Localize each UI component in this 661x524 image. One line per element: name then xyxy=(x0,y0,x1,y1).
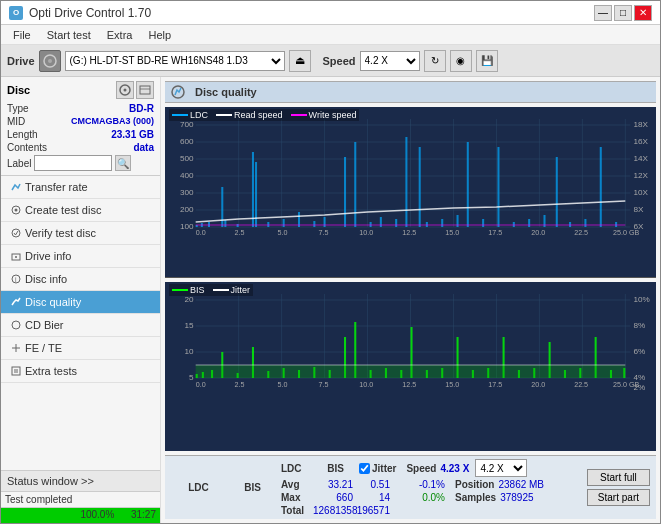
disc-type-value: BD-R xyxy=(129,103,154,114)
bottom-chart-legend: BIS Jitter xyxy=(169,284,253,296)
svg-text:200: 200 xyxy=(180,205,194,214)
svg-text:12.5: 12.5 xyxy=(402,381,416,389)
avg-jitter: -0.1% xyxy=(400,479,445,490)
close-button[interactable]: ✕ xyxy=(634,5,652,21)
svg-text:10.0: 10.0 xyxy=(359,381,373,389)
svg-rect-87 xyxy=(482,219,484,227)
speed-select[interactable]: 4.2 X xyxy=(360,51,420,71)
sidebar-item-cd-bier[interactable]: CD Bier xyxy=(1,314,160,337)
svg-text:10: 10 xyxy=(185,347,195,356)
svg-point-8 xyxy=(12,229,20,237)
app-title: Opti Drive Control 1.70 xyxy=(29,6,151,20)
sidebar-item-fe-te[interactable]: FE / TE xyxy=(1,337,160,360)
max-ldc: 660 xyxy=(313,492,353,503)
start-buttons: Start full Start part xyxy=(587,469,650,506)
toolbar-btn-3[interactable]: 💾 xyxy=(476,50,498,72)
svg-text:600: 600 xyxy=(180,137,194,146)
disc-label-row: Label 🔍 xyxy=(7,155,154,171)
svg-text:12.5: 12.5 xyxy=(402,229,416,237)
drive-select[interactable]: (G:) HL-DT-ST BD-RE WH16NS48 1.D3 xyxy=(65,51,285,71)
progress-value: 100.0% xyxy=(80,509,114,520)
svg-rect-94 xyxy=(584,219,586,227)
disc-length-row: Length 23.31 GB xyxy=(7,129,154,140)
disc-icon-btn-1[interactable] xyxy=(116,81,134,99)
top-chart: LDC Read speed Write speed xyxy=(165,107,656,278)
stats-ldc-col: LDC BIS xyxy=(171,482,275,493)
nav-label-drive-info: Drive info xyxy=(25,250,71,262)
svg-text:300: 300 xyxy=(180,188,194,197)
maximize-button[interactable]: □ xyxy=(614,5,632,21)
sidebar-item-verify-test-disc[interactable]: Verify test disc xyxy=(1,222,160,245)
svg-text:22.5: 22.5 xyxy=(574,381,588,389)
svg-text:5.0: 5.0 xyxy=(278,229,288,237)
minimize-button[interactable]: — xyxy=(594,5,612,21)
avg-bis: 0.51 xyxy=(355,479,390,490)
start-full-button[interactable]: Start full xyxy=(587,469,650,486)
sidebar-item-create-test-disc[interactable]: Create test disc xyxy=(1,199,160,222)
disc-quality-title-icon xyxy=(171,85,185,99)
legend-bis-label: BIS xyxy=(190,285,205,295)
disc-contents-key: Contents xyxy=(7,142,47,153)
disc-icon-btn-2[interactable] xyxy=(136,81,154,99)
svg-text:500: 500 xyxy=(180,154,194,163)
disc-contents-value: data xyxy=(133,142,154,153)
bis-col-label: BIS xyxy=(318,463,353,474)
chart-title: Disc quality xyxy=(195,86,257,98)
sidebar-item-disc-quality[interactable]: Disc quality xyxy=(1,291,160,314)
legend-bis: BIS xyxy=(172,285,205,295)
svg-point-7 xyxy=(15,209,18,212)
menu-starttest[interactable]: Start test xyxy=(39,28,99,42)
drive-toolbar: Drive (G:) HL-DT-ST BD-RE WH16NS48 1.D3 … xyxy=(1,45,660,77)
menu-file[interactable]: File xyxy=(5,28,39,42)
legend-jitter-label: Jitter xyxy=(231,285,251,295)
eject-button[interactable]: ⏏ xyxy=(289,50,311,72)
disc-type-row: Type BD-R xyxy=(7,103,154,114)
samples-value: 378925 xyxy=(500,492,533,503)
max-row: Max 660 14 0.0% Samples 378925 xyxy=(281,492,544,503)
chart-container: Disc quality LDC Read speed xyxy=(161,77,660,523)
sidebar-item-drive-info[interactable]: Drive info xyxy=(1,245,160,268)
avg-ldc: 33.21 xyxy=(313,479,353,490)
svg-rect-77 xyxy=(354,142,356,227)
legend-writespeed-label: Write speed xyxy=(309,110,357,120)
fe-te-icon xyxy=(11,343,21,353)
transfer-rate-icon xyxy=(11,182,21,192)
disc-quality-icon xyxy=(11,297,21,307)
stats-header-row: LDC BIS Jitter Speed 4.23 X 4.2 X xyxy=(281,459,544,477)
disc-info-icon: i xyxy=(11,274,21,284)
sidebar-item-extra-tests[interactable]: Extra tests xyxy=(1,360,160,383)
status-window-button[interactable]: Status window >> xyxy=(1,471,160,492)
menu-help[interactable]: Help xyxy=(140,28,179,42)
nav-label-extra-tests: Extra tests xyxy=(25,365,77,377)
jitter-checkbox[interactable] xyxy=(359,463,370,474)
svg-text:8%: 8% xyxy=(633,321,645,330)
menu-extra[interactable]: Extra xyxy=(99,28,141,42)
speed-value: 4.23 X xyxy=(440,463,469,474)
start-part-button[interactable]: Start part xyxy=(587,489,650,506)
speed-select-stats[interactable]: 4.2 X xyxy=(475,459,527,477)
cd-bier-icon xyxy=(11,320,21,330)
svg-text:22.5: 22.5 xyxy=(574,229,588,237)
disc-section: Disc Type BD-R MID C xyxy=(1,77,160,176)
sidebar-item-disc-info[interactable]: i Disc info xyxy=(1,268,160,291)
samples-label: Samples xyxy=(455,492,496,503)
svg-rect-70 xyxy=(255,162,257,227)
toolbar-btn-1[interactable]: ↻ xyxy=(424,50,446,72)
toolbar-btn-2[interactable]: ◉ xyxy=(450,50,472,72)
total-bis: 196571 xyxy=(355,505,390,516)
svg-text:17.5: 17.5 xyxy=(488,229,502,237)
elapsed-time: 31:27 xyxy=(131,509,156,520)
sidebar-item-transfer-rate[interactable]: Transfer rate xyxy=(1,176,160,199)
svg-rect-16 xyxy=(12,367,20,375)
stats-col-headers: LDC BIS xyxy=(171,482,275,493)
disc-stack-icon xyxy=(139,84,151,96)
max-bis: 14 xyxy=(355,492,390,503)
avg-row: Avg 33.21 0.51 -0.1% Position 23862 MB xyxy=(281,479,544,490)
svg-rect-88 xyxy=(497,147,499,227)
svg-point-13 xyxy=(12,321,20,329)
stats-ldc-header: LDC xyxy=(171,482,226,493)
disc-label-btn[interactable]: 🔍 xyxy=(115,155,131,171)
svg-text:16X: 16X xyxy=(633,137,648,146)
disc-label-input[interactable] xyxy=(34,155,112,171)
svg-text:15.0: 15.0 xyxy=(445,229,459,237)
